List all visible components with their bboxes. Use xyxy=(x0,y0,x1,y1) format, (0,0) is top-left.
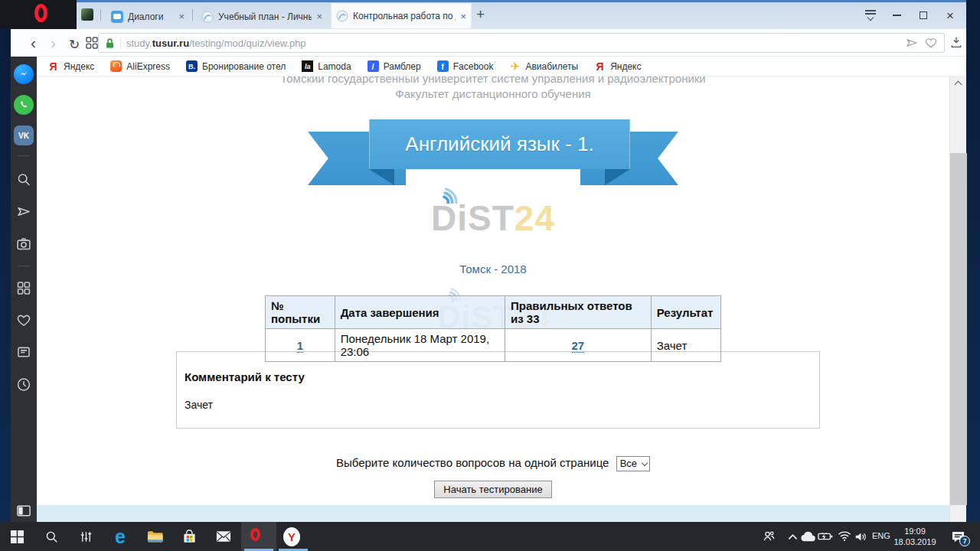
tab-menu-icon[interactable] xyxy=(865,10,876,19)
logo-dist-text: DiST xyxy=(431,198,514,238)
lamoda-icon: la xyxy=(302,60,313,72)
bookmark-label: Авиабилеты xyxy=(525,61,578,72)
comment-body: Зачет xyxy=(185,399,812,411)
secure-lock-icon xyxy=(105,37,115,49)
faculty-name: Факультет дистанционного обучения xyxy=(37,87,949,100)
bookmark-rambler[interactable]: / Рамблер xyxy=(368,60,421,72)
course-title: Английский язык - 1. xyxy=(405,132,593,156)
bookmark-booking[interactable]: B. Бронирование отел xyxy=(186,60,286,72)
messenger-icon[interactable] xyxy=(14,64,34,84)
bookmark-aviabilety[interactable]: ✈ Авиабилеты xyxy=(509,60,578,72)
edge-icon[interactable]: e xyxy=(112,528,129,545)
send-to-flow-icon[interactable] xyxy=(905,36,919,50)
volume-icon[interactable] xyxy=(852,528,869,545)
reload-button[interactable]: ↻ xyxy=(69,36,80,54)
bookmark-yandex[interactable]: Я Яндекс xyxy=(47,60,94,72)
pinned-tab-favicon[interactable] xyxy=(81,8,93,21)
start-test-row: Начать тестирование xyxy=(37,481,949,498)
correct-answers-link[interactable]: 27 xyxy=(572,339,585,353)
whatsapp-icon[interactable] xyxy=(14,95,34,115)
start-button[interactable] xyxy=(8,528,25,545)
table-header-row: № попытки Дата завершения Правильных отв… xyxy=(266,296,721,329)
search-icon[interactable] xyxy=(16,171,32,187)
close-icon: × xyxy=(946,9,954,22)
bookmarks-heart-icon[interactable] xyxy=(16,312,32,328)
my-flow-icon[interactable] xyxy=(16,204,32,220)
university-name: Томский государственный университет сист… xyxy=(37,77,949,85)
minimize-button[interactable] xyxy=(885,6,908,24)
date: 18.03.2019 xyxy=(892,536,938,547)
start-test-button[interactable]: Начать тестирование xyxy=(434,481,551,498)
forward-button[interactable]: › xyxy=(51,34,56,52)
mail-icon[interactable] xyxy=(215,528,232,545)
new-tab-button[interactable]: + xyxy=(476,6,485,23)
wifi-icon[interactable] xyxy=(836,528,853,545)
tab-kontrolnaya-active[interactable]: Контрольная работа по д × xyxy=(331,3,472,29)
file-explorer-icon[interactable] xyxy=(146,528,163,545)
select-value: Все xyxy=(620,458,637,469)
speed-dial-icon[interactable] xyxy=(86,37,98,49)
close-icon[interactable]: × xyxy=(316,11,322,21)
bookmark-yandex-2[interactable]: Я Яндекс xyxy=(594,60,641,72)
bookmark-label: Яндекс xyxy=(64,61,94,72)
plane-icon: ✈ xyxy=(509,60,521,72)
people-icon[interactable] xyxy=(760,528,777,545)
snapshot-camera-icon[interactable] xyxy=(16,236,32,252)
history-clock-icon[interactable] xyxy=(16,377,32,393)
ribbon-band: Английский язык - 1. xyxy=(369,119,630,169)
questions-per-page-select[interactable]: Все xyxy=(616,456,650,471)
taskbar-search-icon[interactable] xyxy=(43,528,60,545)
news-icon[interactable] xyxy=(16,344,32,360)
attempt-link[interactable]: 1 xyxy=(297,339,303,353)
col-correct: Правильных ответов из 33 xyxy=(505,296,652,329)
vk-icon[interactable]: VK xyxy=(14,126,34,145)
bookmark-label: Бронирование отел xyxy=(202,61,286,72)
speed-dial-sidebar-icon[interactable] xyxy=(16,280,32,296)
comment-title: Комментарий к тесту xyxy=(185,370,812,383)
time: 19:09 xyxy=(892,526,938,536)
sidebar-setup-icon[interactable] xyxy=(17,505,31,517)
task-view-icon[interactable] xyxy=(77,528,94,545)
back-button[interactable]: ‹ xyxy=(31,34,36,52)
clock[interactable]: 19:09 18.03.2019 xyxy=(892,526,938,547)
onedrive-cloud-icon[interactable] xyxy=(799,528,816,545)
microsoft-store-icon[interactable] xyxy=(181,528,198,545)
bookmark-lamoda[interactable]: la Lamoda xyxy=(302,60,351,72)
col-result: Результат xyxy=(651,296,720,329)
close-window-button[interactable]: × xyxy=(939,6,962,24)
bookmarks-bar: Я Яндекс AliExpress B. Бронирование отел… xyxy=(37,57,966,77)
page-footer-strip xyxy=(37,505,949,522)
opera-taskbar-cell[interactable] xyxy=(241,522,276,551)
bookmark-facebook[interactable]: f Facebook xyxy=(437,60,494,72)
tab-dialogi[interactable]: Диалоги × xyxy=(106,4,190,29)
close-icon[interactable]: × xyxy=(178,11,185,21)
tray-chevron-up-icon[interactable] xyxy=(784,528,801,545)
close-icon[interactable]: × xyxy=(460,11,466,21)
vertical-scrollbar[interactable] xyxy=(949,77,966,522)
tab-uchebny-plan[interactable]: Учебный план - Личный × xyxy=(196,4,328,29)
opera-logo-icon xyxy=(34,4,47,22)
questions-per-page-label: Выберите количество вопросов на одной ст… xyxy=(336,456,609,469)
language-indicator[interactable]: ENG xyxy=(872,531,890,540)
yandex-browser-icon[interactable]: Y xyxy=(283,528,300,545)
bookmark-heart-icon[interactable] xyxy=(924,36,938,50)
opera-menu-button[interactable] xyxy=(0,0,77,29)
bookmark-aliexpress[interactable]: AliExpress xyxy=(110,60,170,72)
window-top-border xyxy=(0,0,966,2)
tusur-favicon xyxy=(336,10,348,22)
wifi-arcs-icon xyxy=(437,181,463,204)
screen: Диалоги × Учебный план - Личный × Контро… xyxy=(0,0,980,551)
maximize-button[interactable] xyxy=(912,6,935,24)
tusur-favicon xyxy=(201,11,214,23)
booking-icon: B. xyxy=(186,60,198,72)
address-bar[interactable]: study.tusur.ru/testing/mod/quiz/view.php xyxy=(98,33,945,53)
downloads-icon[interactable] xyxy=(949,35,963,49)
page-content: Томский государственный университет сист… xyxy=(37,77,949,522)
battery-icon[interactable] xyxy=(817,528,834,545)
scrollbar-thumb[interactable] xyxy=(950,153,967,505)
yandex-icon: Я xyxy=(594,60,606,72)
scroll-up-icon[interactable] xyxy=(955,81,962,89)
attempt-result: Зачет xyxy=(651,329,720,362)
dist24-logo: DiST24 xyxy=(37,199,949,238)
bookmark-label: Рамблер xyxy=(384,61,421,72)
